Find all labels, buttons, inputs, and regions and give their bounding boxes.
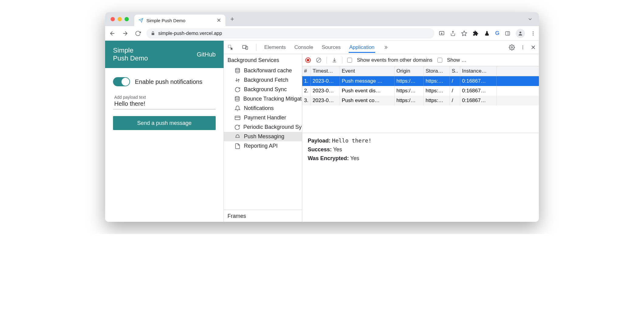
sidebar-item[interactable]: Background Sync — [224, 85, 302, 94]
svg-rect-2 — [152, 33, 154, 35]
sidebar-item-icon — [234, 96, 240, 102]
column-header[interactable]: Instance… — [460, 66, 497, 76]
payload-input[interactable]: Add payload text Hello there! — [113, 93, 216, 109]
new-tab-button[interactable]: + — [230, 15, 234, 23]
table-cell: 2023-0… — [311, 86, 340, 96]
tabs-menu-button[interactable] — [527, 16, 533, 22]
sidebar-item-label: Bounce Tracking Mitigations — [243, 96, 302, 102]
table-cell: https:/… — [395, 76, 424, 86]
svg-point-16 — [511, 46, 513, 48]
sidebar-item[interactable]: Back/forward cache — [224, 66, 302, 75]
extensions-icon[interactable] — [473, 30, 479, 36]
close-window-button[interactable] — [111, 17, 115, 21]
sidebar-item-icon — [234, 143, 241, 149]
forward-button[interactable] — [121, 29, 129, 38]
profile-avatar[interactable] — [516, 29, 525, 38]
svg-point-20 — [235, 68, 239, 70]
table-cell: 0:16867… — [460, 86, 497, 96]
column-header[interactable]: Origin — [395, 66, 424, 76]
table-cell: Push event co… — [340, 96, 395, 105]
toggle-label: Enable push notifications — [135, 78, 202, 85]
maximize-window-button[interactable] — [125, 17, 129, 21]
devtools-sidebar: Background Services Back/forward cacheBa… — [224, 54, 302, 222]
sidebar-item[interactable]: Reporting API — [224, 141, 302, 151]
side-panel-icon[interactable] — [505, 31, 510, 36]
more-tabs-icon[interactable] — [382, 45, 389, 50]
download-icon[interactable] — [332, 57, 337, 63]
table-cell: 0:16867… — [460, 96, 497, 105]
browser-tab[interactable]: Simple Push Demo ✕ — [134, 15, 225, 26]
payload-value: Hello there! — [114, 100, 214, 107]
record-button[interactable] — [305, 57, 311, 63]
detail-encrypted-label: Was Encrypted: — [308, 155, 349, 161]
sidebar-item-icon — [234, 77, 241, 83]
table-row[interactable]: 2.2023-0…Push event dis…https:/…https:…/… — [302, 86, 539, 96]
back-button[interactable] — [108, 29, 117, 38]
table-cell: https:… — [424, 86, 450, 96]
devtools-panel: Elements Console Sources Application ✕ B… — [224, 41, 539, 222]
table-cell: Push message … — [340, 76, 395, 86]
inspect-icon[interactable] — [227, 44, 234, 50]
close-tab-icon[interactable]: ✕ — [217, 17, 221, 24]
device-toolbar-icon[interactable] — [242, 44, 249, 50]
payload-placeholder: Add payload text — [114, 95, 214, 100]
sidebar-item[interactable]: Notifications — [224, 104, 302, 113]
table-cell: 2023-0… — [311, 96, 340, 105]
tab-application[interactable]: Application — [349, 42, 375, 53]
show-checkbox-2[interactable] — [437, 58, 442, 63]
menu-icon[interactable] — [530, 31, 536, 36]
sidebar-item[interactable]: Push Messaging — [224, 132, 302, 141]
tab-title: Simple Push Demo — [146, 18, 214, 23]
tab-elements[interactable]: Elements — [264, 42, 286, 53]
table-row[interactable]: 3.2023-0…Push event co…https:/…https:…/0… — [302, 96, 539, 105]
devtools-tabbar: Elements Console Sources Application ✕ — [224, 41, 539, 54]
settings-icon[interactable] — [509, 44, 515, 50]
page-title-line2: Push Demo — [113, 54, 148, 62]
install-icon[interactable] — [439, 30, 445, 36]
paper-plane-icon — [139, 18, 143, 23]
kebab-menu-icon[interactable] — [520, 45, 525, 50]
show-other-domains-checkbox[interactable] — [347, 58, 352, 63]
table-cell: https:/… — [395, 96, 424, 105]
reload-button[interactable] — [134, 29, 142, 38]
sidebar-section-frames: Frames — [224, 210, 302, 222]
column-header[interactable]: S.. — [450, 66, 460, 76]
sidebar-item[interactable]: Payment Handler — [224, 113, 302, 122]
column-header[interactable]: Timest… — [311, 66, 340, 76]
column-header[interactable]: Stora… — [424, 66, 450, 76]
sidebar-item[interactable]: Bounce Tracking Mitigations — [224, 94, 302, 104]
sidebar-item-label: Notifications — [244, 105, 274, 112]
bookmark-star-icon[interactable] — [461, 30, 467, 36]
browser-tabstrip: Simple Push Demo ✕ + — [105, 12, 539, 26]
sidebar-item[interactable]: Periodic Background Sync — [224, 122, 302, 132]
browser-toolbar: simple-push-demo.vercel.app G — [105, 26, 539, 41]
panel-toolbar: Show events from other domains Show … — [302, 54, 539, 66]
send-push-button[interactable]: Send a push message — [113, 116, 216, 130]
column-header[interactable]: Event — [340, 66, 395, 76]
notifications-toggle[interactable] — [113, 77, 130, 86]
svg-point-12 — [533, 34, 534, 35]
table-cell: 1. — [302, 76, 311, 86]
sidebar-item[interactable]: Background Fetch — [224, 75, 302, 85]
clear-button[interactable] — [316, 57, 322, 63]
detail-encrypted-value: Yes — [350, 155, 359, 161]
sidebar-item-icon — [234, 134, 241, 140]
address-bar[interactable]: simple-push-demo.vercel.app — [146, 28, 434, 39]
table-row[interactable]: 1.2023-0…Push message …https:/…https:…/0… — [302, 76, 539, 86]
table-cell: https:… — [424, 76, 450, 86]
tab-console[interactable]: Console — [294, 42, 314, 53]
sidebar-item-icon — [234, 105, 241, 112]
svg-point-10 — [533, 31, 534, 32]
table-cell: 3. — [302, 96, 311, 105]
share-icon[interactable] — [450, 31, 456, 36]
detail-payload-value: Hello there! — [332, 137, 372, 144]
labs-icon[interactable] — [484, 31, 490, 36]
column-header[interactable]: # — [302, 66, 311, 76]
google-icon[interactable]: G — [495, 30, 499, 36]
sidebar-item-label: Payment Handler — [244, 115, 286, 121]
close-devtools-icon[interactable]: ✕ — [531, 44, 536, 51]
minimize-window-button[interactable] — [118, 17, 122, 21]
svg-line-27 — [317, 58, 320, 62]
github-link[interactable]: GitHub — [197, 51, 216, 58]
tab-sources[interactable]: Sources — [321, 42, 341, 53]
